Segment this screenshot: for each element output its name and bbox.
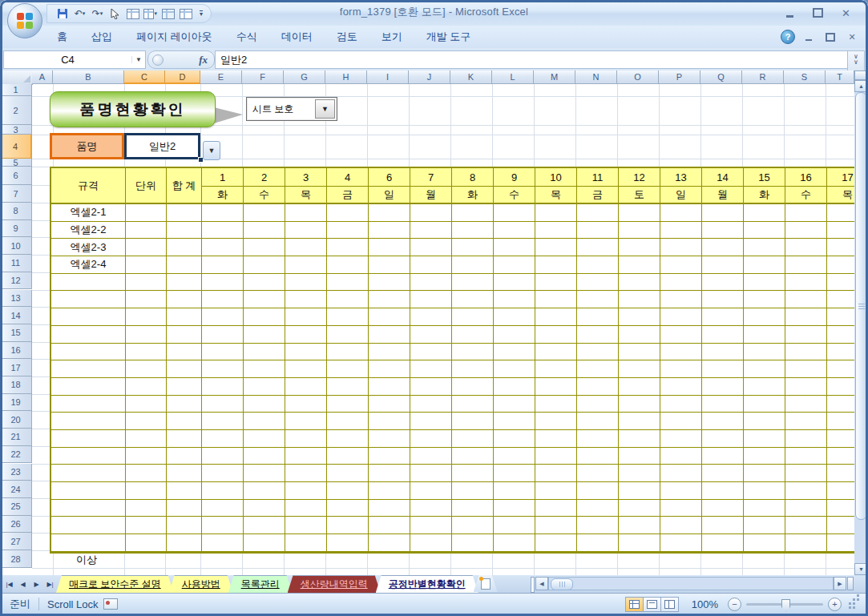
table-cell[interactable] bbox=[327, 204, 369, 222]
table-cell[interactable] bbox=[327, 326, 369, 344]
table-cell[interactable] bbox=[327, 222, 369, 240]
table-cell[interactable] bbox=[744, 326, 785, 344]
table-cell[interactable] bbox=[167, 378, 202, 396]
table-cell[interactable] bbox=[660, 534, 702, 552]
ribbon-tab[interactable]: 홈 bbox=[45, 26, 79, 48]
table-header-cell[interactable]: 금 bbox=[577, 187, 619, 204]
table-cell[interactable] bbox=[51, 378, 126, 396]
table-cell[interactable] bbox=[126, 430, 167, 448]
table-cell[interactable] bbox=[535, 239, 577, 256]
table-cell[interactable] bbox=[51, 360, 126, 378]
table-cell[interactable] bbox=[744, 256, 785, 274]
table-cell[interactable] bbox=[452, 465, 494, 482]
table-cell[interactable] bbox=[244, 360, 285, 378]
table-cell[interactable] bbox=[410, 326, 452, 344]
page-break-view-button[interactable] bbox=[660, 597, 679, 612]
column-header-e[interactable]: E bbox=[200, 70, 242, 84]
table-cell[interactable] bbox=[244, 448, 285, 465]
table-cell[interactable] bbox=[452, 448, 494, 465]
table-cell[interactable] bbox=[660, 308, 702, 326]
table-cell[interactable] bbox=[619, 413, 660, 430]
column-header-j[interactable]: J bbox=[409, 70, 450, 84]
table-cell[interactable] bbox=[202, 222, 244, 240]
minimize-icon[interactable] bbox=[779, 6, 801, 20]
table-cell[interactable]: 엑셀2-3 bbox=[51, 239, 126, 256]
table-cell[interactable] bbox=[369, 500, 410, 517]
table-cell[interactable] bbox=[494, 517, 535, 534]
column-header-q[interactable]: Q bbox=[700, 70, 742, 84]
table-cell[interactable] bbox=[452, 291, 494, 308]
table-cell[interactable] bbox=[785, 274, 827, 292]
table-cell[interactable] bbox=[494, 256, 535, 274]
workbook-restore-icon[interactable] bbox=[822, 30, 838, 43]
table-cell[interactable] bbox=[327, 413, 369, 430]
table-cell[interactable] bbox=[619, 482, 660, 500]
table-cell[interactable] bbox=[244, 291, 285, 308]
table-header-cell[interactable]: 16 bbox=[785, 168, 827, 187]
table-cell[interactable] bbox=[702, 239, 744, 256]
table-header-cell[interactable]: 목 bbox=[285, 187, 327, 204]
table-header-cell[interactable]: 화 bbox=[452, 187, 494, 204]
ribbon-tab[interactable]: 검토 bbox=[325, 26, 369, 48]
next-sheet-icon[interactable]: ▶ bbox=[30, 578, 42, 590]
row-header-16[interactable]: 16 bbox=[0, 342, 32, 360]
table-cell[interactable] bbox=[660, 344, 702, 361]
table-cell[interactable] bbox=[744, 378, 785, 396]
table-cell[interactable] bbox=[785, 256, 827, 274]
table-cell[interactable] bbox=[619, 465, 660, 482]
row-header-1[interactable]: 1 bbox=[0, 84, 32, 96]
table-header-cell[interactable]: 화 bbox=[744, 187, 785, 204]
select-all-corner[interactable] bbox=[0, 70, 33, 85]
row-header-5[interactable]: 5 bbox=[0, 159, 32, 167]
table-cell[interactable] bbox=[202, 448, 244, 465]
table-cell[interactable] bbox=[369, 534, 410, 552]
table-cell[interactable] bbox=[619, 239, 660, 256]
table-cell[interactable] bbox=[244, 344, 285, 361]
table-cell[interactable] bbox=[785, 517, 827, 534]
table-cell[interactable] bbox=[577, 413, 619, 430]
table-cell[interactable] bbox=[702, 396, 744, 413]
table-cell[interactable] bbox=[535, 222, 577, 240]
table-cell[interactable] bbox=[660, 465, 702, 482]
table-cell[interactable] bbox=[702, 448, 744, 465]
table-cell[interactable] bbox=[410, 222, 452, 240]
table-cell[interactable] bbox=[410, 360, 452, 378]
row-header-11[interactable]: 11 bbox=[0, 255, 32, 272]
table-cell[interactable] bbox=[660, 326, 702, 344]
table-cell[interactable] bbox=[285, 291, 327, 308]
table-cell[interactable] bbox=[744, 360, 785, 378]
row-header-8[interactable]: 8 bbox=[0, 203, 32, 220]
table-cell[interactable] bbox=[452, 256, 494, 274]
table-header-cell[interactable]: 7 bbox=[410, 168, 452, 187]
row-header-7[interactable]: 7 bbox=[0, 185, 32, 203]
table-cell[interactable] bbox=[577, 204, 619, 222]
table-cell[interactable] bbox=[202, 308, 244, 326]
scroll-left-icon[interactable]: ◀ bbox=[535, 577, 548, 590]
table-cell[interactable] bbox=[410, 239, 452, 256]
table-cell[interactable] bbox=[369, 274, 410, 292]
table-header-cell[interactable]: 15 bbox=[744, 168, 785, 187]
table-cell[interactable] bbox=[660, 239, 702, 256]
table-cell[interactable] bbox=[660, 430, 702, 448]
column-header-g[interactable]: G bbox=[284, 70, 325, 84]
table-cell[interactable] bbox=[369, 291, 410, 308]
table-cell[interactable] bbox=[660, 413, 702, 430]
table-cell[interactable] bbox=[202, 239, 244, 256]
table-header-cell[interactable]: 수 bbox=[785, 187, 827, 204]
sheet-tab[interactable]: 사용방법 bbox=[169, 575, 233, 593]
table-cell[interactable] bbox=[744, 413, 785, 430]
table-cell[interactable] bbox=[535, 274, 577, 292]
table-cell[interactable] bbox=[167, 291, 202, 308]
table-cell[interactable] bbox=[744, 274, 785, 292]
table-cell[interactable] bbox=[126, 291, 167, 308]
row-header-18[interactable]: 18 bbox=[0, 376, 32, 394]
column-header-f[interactable]: F bbox=[242, 70, 284, 84]
table-cell[interactable] bbox=[244, 430, 285, 448]
table-cell[interactable] bbox=[327, 274, 369, 292]
table-cell[interactable] bbox=[369, 482, 410, 500]
table-cell[interactable] bbox=[369, 430, 410, 448]
table-cell[interactable] bbox=[452, 430, 494, 448]
table-header-cell[interactable]: 목 bbox=[535, 187, 577, 204]
table-cell[interactable] bbox=[660, 204, 702, 222]
table-cell[interactable] bbox=[619, 360, 660, 378]
